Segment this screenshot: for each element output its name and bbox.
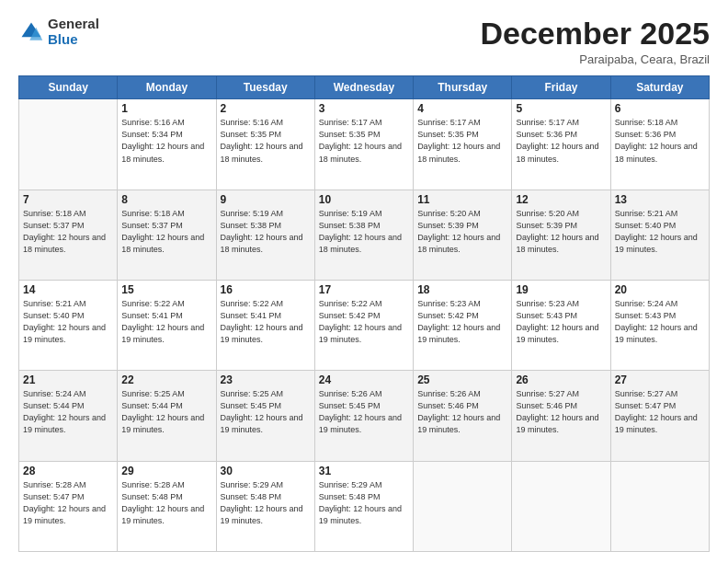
day-info: Sunrise: 5:28 AM Sunset: 5:48 PM Dayligh…: [121, 479, 211, 527]
day-number: 6: [615, 102, 705, 115]
day-info: Sunrise: 5:22 AM Sunset: 5:41 PM Dayligh…: [221, 298, 311, 346]
table-row: 11 Sunrise: 5:20 AM Sunset: 5:39 PM Dayl…: [414, 190, 512, 280]
daylight-text: Daylight: 12 hours and 19 minutes.: [23, 504, 106, 525]
day-number: 18: [417, 283, 507, 296]
daylight-text: Daylight: 12 hours and 19 minutes.: [121, 413, 204, 434]
sunrise-text: Sunrise: 5:25 AM: [121, 389, 185, 398]
day-number: 9: [221, 193, 311, 206]
sunrise-text: Sunrise: 5:17 AM: [417, 118, 481, 127]
table-row: [19, 99, 118, 190]
daylight-text: Daylight: 12 hours and 18 minutes.: [615, 142, 698, 163]
col-saturday: Saturday: [610, 76, 709, 99]
sunset-text: Sunset: 5:42 PM: [417, 311, 479, 320]
sunset-text: Sunset: 5:47 PM: [615, 401, 677, 410]
day-info: Sunrise: 5:21 AM Sunset: 5:40 PM Dayligh…: [615, 208, 705, 256]
table-row: 22 Sunrise: 5:25 AM Sunset: 5:44 PM Dayl…: [118, 371, 216, 461]
day-number: 13: [615, 193, 705, 206]
sunset-text: Sunset: 5:46 PM: [417, 401, 479, 410]
table-row: 20 Sunrise: 5:24 AM Sunset: 5:43 PM Dayl…: [610, 281, 709, 371]
daylight-text: Daylight: 12 hours and 19 minutes.: [516, 323, 598, 344]
day-number: 29: [121, 465, 211, 477]
table-row: 3 Sunrise: 5:17 AM Sunset: 5:35 PM Dayli…: [314, 99, 413, 190]
day-info: Sunrise: 5:18 AM Sunset: 5:36 PM Dayligh…: [615, 117, 705, 165]
logo-general: General: [48, 17, 99, 32]
sunset-text: Sunset: 5:48 PM: [121, 492, 183, 501]
table-row: 31 Sunrise: 5:29 AM Sunset: 5:48 PM Dayl…: [314, 461, 413, 551]
day-number: 16: [221, 283, 311, 296]
sunrise-text: Sunrise: 5:23 AM: [516, 299, 579, 308]
page: General Blue December 2025 Paraipaba, Ce…: [0, 0, 728, 563]
day-number: 10: [319, 193, 409, 206]
calendar-header-row: Sunday Monday Tuesday Wednesday Thursday…: [19, 76, 710, 99]
daylight-text: Daylight: 12 hours and 18 minutes.: [221, 233, 303, 254]
table-row: 27 Sunrise: 5:27 AM Sunset: 5:47 PM Dayl…: [610, 371, 709, 461]
day-info: Sunrise: 5:28 AM Sunset: 5:47 PM Dayligh…: [23, 479, 113, 527]
sunset-text: Sunset: 5:40 PM: [23, 311, 85, 320]
sunset-text: Sunset: 5:40 PM: [615, 221, 677, 230]
table-row: 28 Sunrise: 5:28 AM Sunset: 5:47 PM Dayl…: [19, 461, 118, 551]
table-row: 1 Sunrise: 5:16 AM Sunset: 5:34 PM Dayli…: [118, 99, 216, 190]
table-row: 4 Sunrise: 5:17 AM Sunset: 5:35 PM Dayli…: [414, 99, 512, 190]
sunset-text: Sunset: 5:38 PM: [221, 221, 282, 230]
sunrise-text: Sunrise: 5:18 AM: [121, 209, 185, 218]
sunset-text: Sunset: 5:34 PM: [121, 130, 183, 139]
logo-icon: [18, 19, 44, 45]
sunset-text: Sunset: 5:43 PM: [516, 311, 577, 320]
header: General Blue December 2025 Paraipaba, Ce…: [18, 17, 710, 66]
daylight-text: Daylight: 12 hours and 18 minutes.: [319, 233, 402, 254]
col-thursday: Thursday: [414, 76, 512, 99]
table-row: 26 Sunrise: 5:27 AM Sunset: 5:46 PM Dayl…: [512, 371, 610, 461]
sunrise-text: Sunrise: 5:16 AM: [221, 118, 284, 127]
table-row: 2 Sunrise: 5:16 AM Sunset: 5:35 PM Dayli…: [216, 99, 314, 190]
table-row: 30 Sunrise: 5:29 AM Sunset: 5:48 PM Dayl…: [216, 461, 314, 551]
table-row: [610, 461, 709, 551]
sunrise-text: Sunrise: 5:27 AM: [615, 389, 678, 398]
sunrise-text: Sunrise: 5:17 AM: [516, 118, 579, 127]
day-number: 4: [417, 102, 507, 115]
daylight-text: Daylight: 12 hours and 19 minutes.: [221, 323, 303, 344]
sunrise-text: Sunrise: 5:18 AM: [23, 209, 86, 218]
day-info: Sunrise: 5:20 AM Sunset: 5:39 PM Dayligh…: [516, 208, 606, 256]
sunset-text: Sunset: 5:35 PM: [221, 130, 282, 139]
table-row: 8 Sunrise: 5:18 AM Sunset: 5:37 PM Dayli…: [118, 190, 216, 280]
table-row: 12 Sunrise: 5:20 AM Sunset: 5:39 PM Dayl…: [512, 190, 610, 280]
sunset-text: Sunset: 5:46 PM: [516, 401, 577, 410]
sunset-text: Sunset: 5:43 PM: [615, 311, 677, 320]
col-sunday: Sunday: [19, 76, 118, 99]
daylight-text: Daylight: 12 hours and 19 minutes.: [221, 504, 303, 525]
day-info: Sunrise: 5:29 AM Sunset: 5:48 PM Dayligh…: [319, 479, 409, 527]
day-info: Sunrise: 5:26 AM Sunset: 5:45 PM Dayligh…: [319, 388, 409, 436]
daylight-text: Daylight: 12 hours and 19 minutes.: [615, 233, 698, 254]
daylight-text: Daylight: 12 hours and 19 minutes.: [319, 504, 402, 525]
sunrise-text: Sunrise: 5:21 AM: [23, 299, 86, 308]
sunrise-text: Sunrise: 5:20 AM: [516, 209, 579, 218]
daylight-text: Daylight: 12 hours and 18 minutes.: [516, 142, 598, 163]
sunrise-text: Sunrise: 5:21 AM: [615, 209, 678, 218]
sunrise-text: Sunrise: 5:19 AM: [221, 209, 284, 218]
sunset-text: Sunset: 5:45 PM: [319, 401, 381, 410]
sunset-text: Sunset: 5:37 PM: [23, 221, 85, 230]
day-number: 26: [516, 373, 606, 386]
daylight-text: Daylight: 12 hours and 19 minutes.: [319, 323, 402, 344]
day-number: 28: [23, 465, 113, 477]
day-info: Sunrise: 5:19 AM Sunset: 5:38 PM Dayligh…: [319, 208, 409, 256]
sunrise-text: Sunrise: 5:25 AM: [221, 389, 284, 398]
table-row: 14 Sunrise: 5:21 AM Sunset: 5:40 PM Dayl…: [19, 281, 118, 371]
day-number: 31: [319, 465, 409, 477]
calendar-table: Sunday Monday Tuesday Wednesday Thursday…: [18, 75, 710, 552]
sunrise-text: Sunrise: 5:23 AM: [417, 299, 481, 308]
table-row: 10 Sunrise: 5:19 AM Sunset: 5:38 PM Dayl…: [314, 190, 413, 280]
col-friday: Friday: [512, 76, 610, 99]
day-number: 8: [121, 193, 211, 206]
sunset-text: Sunset: 5:45 PM: [221, 401, 282, 410]
month-title: December 2025: [480, 17, 710, 51]
day-number: 7: [23, 193, 113, 206]
sunrise-text: Sunrise: 5:27 AM: [516, 389, 579, 398]
day-info: Sunrise: 5:23 AM Sunset: 5:43 PM Dayligh…: [516, 298, 606, 346]
sunrise-text: Sunrise: 5:20 AM: [417, 209, 481, 218]
location-subtitle: Paraipaba, Ceara, Brazil: [480, 52, 710, 66]
day-number: 5: [516, 102, 606, 115]
day-number: 20: [615, 283, 705, 296]
sunset-text: Sunset: 5:36 PM: [615, 130, 677, 139]
day-info: Sunrise: 5:16 AM Sunset: 5:34 PM Dayligh…: [121, 117, 211, 165]
